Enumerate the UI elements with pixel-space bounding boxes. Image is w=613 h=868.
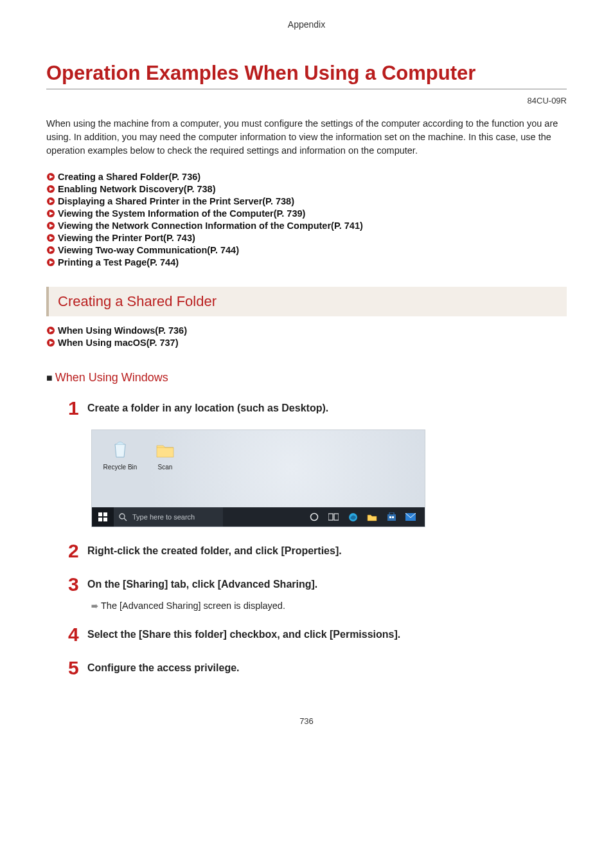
svg-rect-20 [98, 512, 102, 516]
svg-rect-27 [328, 514, 333, 520]
cortana-icon[interactable] [309, 512, 319, 522]
topic-link[interactable]: Enabling Network Discovery(P. 738) [46, 184, 567, 194]
store-icon[interactable] [386, 512, 396, 522]
svg-line-25 [124, 518, 127, 521]
svg-point-26 [311, 514, 318, 521]
topic-link[interactable]: Printing a Test Page(P. 744) [46, 257, 567, 267]
header-section-label: Appendix [46, 19, 567, 30]
recycle-bin-label: Recycle Bin [101, 464, 139, 471]
step-1: 1 Create a folder in any location (such … [68, 399, 567, 418]
step-text: Right-click the created folder, and clic… [87, 541, 342, 557]
play-icon [46, 246, 55, 255]
topic-link[interactable]: Viewing the Network Connection Informati… [46, 221, 567, 231]
svg-rect-23 [103, 518, 107, 521]
svg-rect-28 [334, 514, 339, 520]
result-arrow-icon: ➠ [91, 601, 97, 611]
document-code: 84CU-09R [46, 96, 567, 105]
subsection-heading-label: When Using Windows [55, 371, 168, 384]
play-icon [46, 209, 55, 218]
step-number: 1 [68, 399, 87, 418]
topic-link-label: Enabling Network Discovery(P. 738) [58, 184, 216, 194]
sub-link-label: When Using macOS(P. 737) [58, 338, 178, 348]
topic-link-label: Viewing the Printer Port(P. 743) [58, 233, 195, 243]
edge-icon[interactable] [348, 512, 358, 522]
svg-rect-31 [389, 512, 394, 515]
intro-paragraph: When using the machine from a computer, … [46, 117, 567, 158]
page-number: 736 [46, 716, 567, 726]
play-icon [46, 233, 55, 242]
step-number: 5 [68, 658, 87, 678]
step-3-note: ➠ The [Advanced Sharing] screen is displ… [91, 601, 567, 611]
play-icon [46, 172, 55, 181]
topic-link-label: Viewing the Network Connection Informati… [58, 221, 363, 231]
taskbar-search-placeholder: Type here to search [132, 513, 195, 521]
topic-link[interactable]: Viewing Two-way Communication(P. 744) [46, 245, 567, 255]
task-view-icon[interactable] [328, 512, 339, 522]
sub-link[interactable]: When Using macOS(P. 737) [46, 338, 567, 348]
step-note-text: The [Advanced Sharing] screen is display… [101, 601, 285, 611]
square-icon: ■ [46, 372, 53, 384]
step-number: 2 [68, 541, 87, 561]
sub-link-label: When Using Windows(P. 736) [58, 325, 187, 336]
topic-link[interactable]: Displaying a Shared Printer in the Print… [46, 196, 567, 206]
step-text: Create a folder in any location (such as… [87, 399, 328, 414]
step-5: 5 Configure the access privilege. [68, 658, 567, 678]
svg-point-24 [120, 514, 125, 519]
step-2: 2 Right-click the created folder, and cl… [68, 541, 567, 561]
start-button[interactable] [92, 507, 114, 527]
topic-link-label: Viewing the System Information of the Co… [58, 208, 305, 219]
topic-link-label: Displaying a Shared Printer in the Print… [58, 196, 294, 206]
scan-folder-label: Scan [146, 464, 184, 471]
svg-rect-33 [392, 516, 394, 518]
section-heading-label: Creating a Shared Folder [58, 293, 558, 310]
svg-rect-21 [103, 512, 107, 516]
taskbar-icons [309, 512, 425, 522]
subsection-heading: ■ When Using Windows [46, 371, 567, 384]
topic-link-label: Viewing Two-way Communication(P. 744) [58, 245, 239, 255]
topic-link-label: Printing a Test Page(P. 744) [58, 257, 179, 267]
mail-icon[interactable] [405, 512, 416, 522]
play-icon [46, 326, 55, 335]
play-icon [46, 221, 55, 230]
page-title: Operation Examples When Using a Computer [46, 62, 567, 89]
svg-rect-22 [98, 518, 102, 521]
recycle-bin-icon: Recycle Bin [101, 439, 139, 471]
topic-link[interactable]: Viewing the System Information of the Co… [46, 208, 567, 219]
taskbar-search[interactable]: Type here to search [114, 507, 223, 527]
windows-icon [98, 512, 107, 521]
svg-rect-32 [389, 516, 391, 518]
step-number: 3 [68, 575, 87, 594]
topic-link-list: Creating a Shared Folder(P. 736) Enablin… [46, 172, 567, 267]
step-4: 4 Select the [Share this folder] checkbo… [68, 625, 567, 644]
desktop-screenshot: Recycle Bin Scan Type here to search [91, 429, 425, 527]
search-icon [119, 513, 127, 521]
step-text: Select the [Share this folder] checkbox,… [87, 625, 400, 640]
step-text: On the [Sharing] tab, click [Advanced Sh… [87, 575, 317, 590]
sub-link[interactable]: When Using Windows(P. 736) [46, 325, 567, 336]
taskbar: Type here to search [92, 507, 425, 527]
desktop-area: Recycle Bin Scan [92, 430, 425, 507]
topic-link[interactable]: Creating a Shared Folder(P. 736) [46, 172, 567, 182]
step-text: Configure the access privilege. [87, 658, 240, 674]
scan-folder-icon: Scan [146, 439, 184, 471]
play-icon [46, 185, 55, 194]
section-heading: Creating a Shared Folder [46, 287, 567, 316]
play-icon [46, 338, 55, 347]
step-number: 4 [68, 625, 87, 644]
play-icon [46, 258, 55, 267]
topic-link-label: Creating a Shared Folder(P. 736) [58, 172, 200, 182]
explorer-icon[interactable] [367, 512, 377, 522]
sub-link-list: When Using Windows(P. 736) When Using ma… [46, 325, 567, 348]
topic-link[interactable]: Viewing the Printer Port(P. 743) [46, 233, 567, 243]
step-3: 3 On the [Sharing] tab, click [Advanced … [68, 575, 567, 594]
play-icon [46, 197, 55, 206]
